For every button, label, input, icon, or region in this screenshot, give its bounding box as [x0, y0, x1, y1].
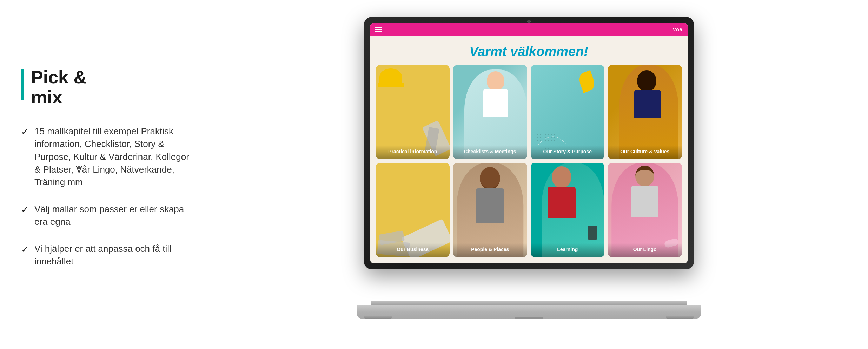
- page-wrapper: Pick & mix 15 mallkapitel till exempel P…: [0, 0, 868, 349]
- screen-navbar: vöa: [370, 23, 688, 36]
- laptop-base: [357, 301, 701, 333]
- page-title: Pick & mix: [31, 67, 87, 107]
- tiles-grid: Practical information Checklists & Meeti…: [370, 65, 688, 263]
- leaf-icon: [577, 70, 597, 93]
- tile-story-label: Our Story & Purpose: [531, 145, 605, 159]
- laptop-screen: vöa Varmt välkommen!: [370, 23, 688, 263]
- hamburger-menu-icon[interactable]: [375, 27, 382, 32]
- tile-practical[interactable]: Practical information: [376, 65, 450, 159]
- bullet-item-3: Vi hjälper er att anpassa och få till in…: [21, 242, 190, 268]
- tile-checklists[interactable]: Checklists & Meetings: [453, 65, 527, 159]
- tile-learning[interactable]: Learning: [531, 163, 605, 257]
- tile-lingo[interactable]: Our Lingo: [608, 163, 682, 257]
- laptop-camera: [527, 20, 531, 23]
- left-content: Pick & mix 15 mallkapitel till exempel P…: [0, 46, 204, 303]
- tile-learning-label: Learning: [531, 243, 605, 257]
- laptop-outer: vöa Varmt välkommen!: [357, 17, 701, 333]
- tile-practical-label: Practical information: [376, 145, 450, 159]
- tile-lingo-label: Our Lingo: [608, 243, 682, 257]
- screen-welcome: Varmt välkommen!: [370, 36, 688, 65]
- tile-culture-label: Our Culture & Values: [608, 145, 682, 159]
- laptop-container: vöa Varmt välkommen!: [204, 0, 868, 349]
- tile-business-label: Our Business: [376, 243, 450, 257]
- laptop-lid: vöa Varmt välkommen!: [364, 17, 694, 269]
- tile-story[interactable]: Our Story & Purpose: [531, 65, 605, 159]
- tile-people[interactable]: People & Places: [453, 163, 527, 257]
- title-block: Pick & mix: [21, 67, 190, 107]
- nav-logo: vöa: [673, 27, 682, 32]
- tile-people-label: People & Places: [453, 243, 527, 257]
- bullet-list: 15 mallkapitel till exempel Praktisk inf…: [21, 125, 190, 268]
- tile-culture[interactable]: Our Culture & Values: [608, 65, 682, 159]
- bullet-item-2: Välj mallar som passer er eller skapa er…: [21, 203, 190, 228]
- title-accent-bar: [21, 69, 24, 100]
- welcome-heading: Varmt välkommen!: [374, 44, 684, 59]
- bullet-item-1: 15 mallkapitel till exempel Praktisk inf…: [21, 125, 190, 189]
- tile-business[interactable]: Our Business: [376, 163, 450, 257]
- tile-checklists-label: Checklists & Meetings: [453, 145, 527, 159]
